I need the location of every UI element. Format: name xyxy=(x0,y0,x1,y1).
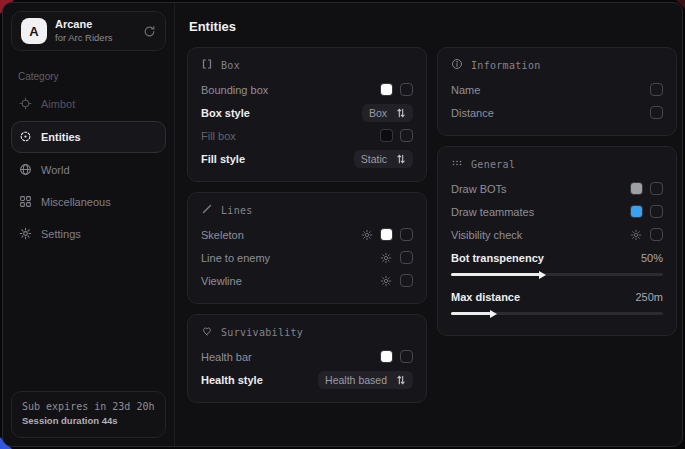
gear-icon[interactable] xyxy=(361,229,373,241)
checkbox[interactable] xyxy=(400,274,413,287)
page-title: Entities xyxy=(189,19,677,34)
checkbox[interactable] xyxy=(650,205,663,218)
setting-label: Bot transpenency xyxy=(451,252,544,264)
setting-row: Health bar xyxy=(201,345,413,368)
checkbox[interactable] xyxy=(650,106,663,119)
checkbox[interactable] xyxy=(400,129,413,142)
setting-label: Fill style xyxy=(201,153,245,165)
checkbox[interactable] xyxy=(400,251,413,264)
setting-label: Bounding box xyxy=(201,84,268,96)
setting-label: Viewline xyxy=(201,275,242,287)
sidebar: A Arcane for Arc Riders Category Aimbot xyxy=(3,3,175,446)
setting-label: Health bar xyxy=(201,351,252,363)
sidebar-item-miscellaneous[interactable]: Miscellaneous xyxy=(11,187,166,217)
card-general: General Draw BOTs Draw teammates xyxy=(437,146,677,336)
checkbox[interactable] xyxy=(400,83,413,96)
setting-row: Viewline xyxy=(201,269,413,292)
globe-icon xyxy=(19,163,32,178)
card-title: Box xyxy=(221,60,240,71)
setting-row: Draw teammates xyxy=(451,200,663,223)
card-title: Information xyxy=(471,60,541,71)
sidebar-item-label: Entities xyxy=(41,131,81,143)
checkbox[interactable] xyxy=(400,350,413,363)
sidebar-item-label: Miscellaneous xyxy=(41,196,111,208)
setting-label: Name xyxy=(451,84,480,96)
sub-expiry-text: Sub expires in 23d 20h xyxy=(22,399,155,415)
setting-label: Fill box xyxy=(201,130,236,142)
setting-label: Skeleton xyxy=(201,229,244,241)
setting-row: Fill box xyxy=(201,124,413,147)
checkbox[interactable] xyxy=(650,83,663,96)
setting-row: Box style Box xyxy=(201,101,413,124)
app-title: Arcane xyxy=(55,18,113,32)
card-lines: Lines Skeleton xyxy=(187,192,427,304)
color-swatch[interactable] xyxy=(381,130,392,141)
setting-label: Box style xyxy=(201,107,250,119)
card-survivability: Survivability Health bar Health style He… xyxy=(187,314,427,403)
max-distance-slider[interactable] xyxy=(451,309,663,318)
slider-thumb[interactable] xyxy=(490,310,497,318)
chevron-up-down-icon xyxy=(396,108,406,118)
brand-text: Arcane for Arc Riders xyxy=(55,18,113,44)
setting-label: Max distance xyxy=(451,291,520,303)
dropdown-value: Static xyxy=(361,153,387,165)
gear-icon[interactable] xyxy=(630,229,642,241)
subscription-status-card: Sub expires in 23d 20h Session duration … xyxy=(11,391,166,438)
avatar: A xyxy=(21,18,47,44)
dropdown[interactable]: Static xyxy=(354,150,413,168)
right-column: Information Name Distance xyxy=(437,47,677,336)
card-information: Information Name Distance xyxy=(437,47,677,136)
gear-icon xyxy=(19,227,32,242)
category-label: Category xyxy=(18,71,174,82)
checkbox[interactable] xyxy=(400,228,413,241)
sync-icon[interactable] xyxy=(143,25,156,38)
color-swatch[interactable] xyxy=(631,183,642,194)
checkbox[interactable] xyxy=(650,182,663,195)
heart-icon xyxy=(201,325,213,339)
slider-fill xyxy=(451,312,491,315)
color-swatch[interactable] xyxy=(631,206,642,217)
color-swatch[interactable] xyxy=(381,84,392,95)
card-box: Box Bounding box Box style Box xyxy=(187,47,427,182)
app-subtitle: for Arc Riders xyxy=(55,32,113,44)
card-title: Lines xyxy=(221,205,253,216)
dropdown[interactable]: Health based xyxy=(318,371,413,389)
setting-row: Skeleton xyxy=(201,223,413,246)
color-swatch[interactable] xyxy=(381,229,392,240)
setting-label: Line to enemy xyxy=(201,252,270,264)
slider-fill xyxy=(451,273,540,276)
app-window: A Arcane for Arc Riders Category Aimbot xyxy=(2,2,683,447)
checkbox[interactable] xyxy=(650,228,663,241)
gear-icon[interactable] xyxy=(380,275,392,287)
setting-row: Line to enemy xyxy=(201,246,413,269)
setting-row: Bounding box xyxy=(201,78,413,101)
setting-row: Fill style Static xyxy=(201,147,413,170)
sidebar-item-label: Settings xyxy=(41,228,81,240)
setting-row: Draw BOTs xyxy=(451,177,663,200)
sidebar-item-world[interactable]: World xyxy=(11,155,166,185)
dropdown[interactable]: Box xyxy=(362,104,413,122)
card-title: Survivability xyxy=(221,327,303,338)
slider-value: 250m xyxy=(635,291,663,303)
sidebar-item-aimbot[interactable]: Aimbot xyxy=(11,89,166,119)
bot-transparency-slider[interactable] xyxy=(451,270,663,279)
dots-grid-icon xyxy=(451,157,463,171)
color-swatch[interactable] xyxy=(381,351,392,362)
setting-row: Name xyxy=(451,78,663,101)
setting-row: Visibility check xyxy=(451,223,663,246)
session-duration-text: Session duration 44s xyxy=(22,414,155,429)
setting-label: Draw teammates xyxy=(451,206,534,218)
setting-row: Health style Health based xyxy=(201,368,413,391)
left-column: Box Bounding box Box style Box xyxy=(187,47,427,403)
entities-icon xyxy=(19,130,32,145)
gear-icon[interactable] xyxy=(380,252,392,264)
dropdown-value: Box xyxy=(369,107,387,119)
setting-row: Distance xyxy=(451,101,663,124)
sidebar-item-label: Aimbot xyxy=(41,98,75,110)
info-icon xyxy=(451,58,463,72)
sidebar-item-entities[interactable]: Entities xyxy=(11,121,166,153)
setting-label: Draw BOTs xyxy=(451,183,507,195)
sidebar-item-settings[interactable]: Settings xyxy=(11,219,166,249)
sidebar-item-label: World xyxy=(41,164,70,176)
slider-thumb[interactable] xyxy=(539,271,546,279)
